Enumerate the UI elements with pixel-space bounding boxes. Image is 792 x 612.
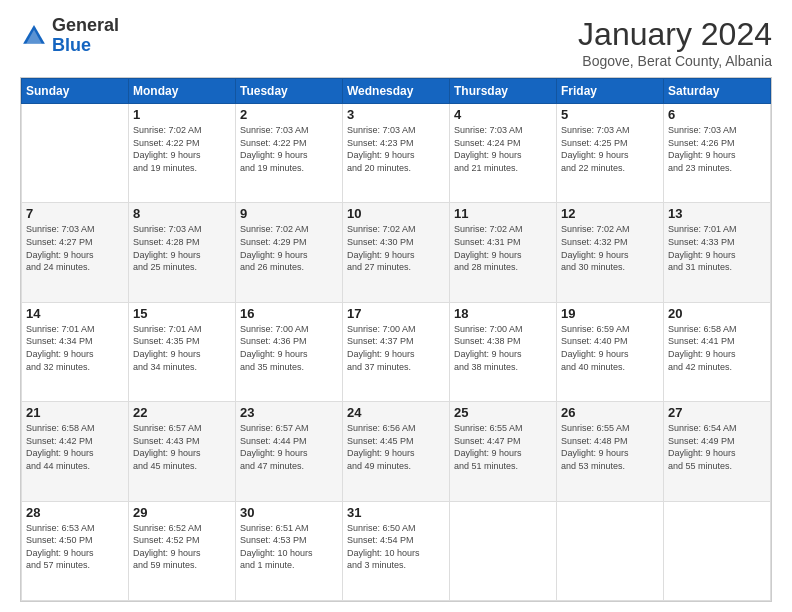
calendar-cell: 28Sunrise: 6:53 AMSunset: 4:50 PMDayligh… [22, 501, 129, 600]
day-number: 22 [133, 405, 231, 420]
day-number: 24 [347, 405, 445, 420]
day-number: 8 [133, 206, 231, 221]
calendar-cell: 22Sunrise: 6:57 AMSunset: 4:43 PMDayligh… [129, 402, 236, 501]
day-info: Sunrise: 6:57 AMSunset: 4:44 PMDaylight:… [240, 422, 338, 472]
day-number: 25 [454, 405, 552, 420]
day-number: 18 [454, 306, 552, 321]
calendar-cell: 15Sunrise: 7:01 AMSunset: 4:35 PMDayligh… [129, 302, 236, 401]
calendar-week-3: 14Sunrise: 7:01 AMSunset: 4:34 PMDayligh… [22, 302, 771, 401]
calendar-cell: 13Sunrise: 7:01 AMSunset: 4:33 PMDayligh… [664, 203, 771, 302]
day-info: Sunrise: 7:01 AMSunset: 4:33 PMDaylight:… [668, 223, 766, 273]
day-info: Sunrise: 6:52 AMSunset: 4:52 PMDaylight:… [133, 522, 231, 572]
day-number: 30 [240, 505, 338, 520]
col-wednesday: Wednesday [343, 79, 450, 104]
calendar-cell: 5Sunrise: 7:03 AMSunset: 4:25 PMDaylight… [557, 104, 664, 203]
logo: General Blue [20, 16, 119, 56]
day-info: Sunrise: 6:56 AMSunset: 4:45 PMDaylight:… [347, 422, 445, 472]
calendar-cell [450, 501, 557, 600]
day-number: 9 [240, 206, 338, 221]
day-number: 7 [26, 206, 124, 221]
calendar-cell: 19Sunrise: 6:59 AMSunset: 4:40 PMDayligh… [557, 302, 664, 401]
day-info: Sunrise: 7:00 AMSunset: 4:36 PMDaylight:… [240, 323, 338, 373]
day-number: 15 [133, 306, 231, 321]
subtitle: Bogove, Berat County, Albania [578, 53, 772, 69]
day-info: Sunrise: 6:58 AMSunset: 4:42 PMDaylight:… [26, 422, 124, 472]
calendar-week-5: 28Sunrise: 6:53 AMSunset: 4:50 PMDayligh… [22, 501, 771, 600]
calendar-cell: 12Sunrise: 7:02 AMSunset: 4:32 PMDayligh… [557, 203, 664, 302]
logo-general-text: General [52, 15, 119, 35]
calendar-cell: 17Sunrise: 7:00 AMSunset: 4:37 PMDayligh… [343, 302, 450, 401]
calendar-cell: 2Sunrise: 7:03 AMSunset: 4:22 PMDaylight… [236, 104, 343, 203]
calendar-cell: 26Sunrise: 6:55 AMSunset: 4:48 PMDayligh… [557, 402, 664, 501]
calendar-cell: 8Sunrise: 7:03 AMSunset: 4:28 PMDaylight… [129, 203, 236, 302]
day-number: 27 [668, 405, 766, 420]
day-info: Sunrise: 7:02 AMSunset: 4:22 PMDaylight:… [133, 124, 231, 174]
header: General Blue January 2024 Bogove, Berat … [20, 16, 772, 69]
day-info: Sunrise: 7:03 AMSunset: 4:23 PMDaylight:… [347, 124, 445, 174]
day-number: 26 [561, 405, 659, 420]
col-tuesday: Tuesday [236, 79, 343, 104]
logo-blue-text: Blue [52, 35, 91, 55]
calendar-cell: 7Sunrise: 7:03 AMSunset: 4:27 PMDaylight… [22, 203, 129, 302]
day-info: Sunrise: 7:03 AMSunset: 4:28 PMDaylight:… [133, 223, 231, 273]
calendar-cell: 3Sunrise: 7:03 AMSunset: 4:23 PMDaylight… [343, 104, 450, 203]
logo-icon [20, 22, 48, 50]
day-number: 12 [561, 206, 659, 221]
calendar-cell [664, 501, 771, 600]
day-info: Sunrise: 6:55 AMSunset: 4:48 PMDaylight:… [561, 422, 659, 472]
header-row: Sunday Monday Tuesday Wednesday Thursday… [22, 79, 771, 104]
calendar-cell: 6Sunrise: 7:03 AMSunset: 4:26 PMDaylight… [664, 104, 771, 203]
calendar-cell: 31Sunrise: 6:50 AMSunset: 4:54 PMDayligh… [343, 501, 450, 600]
day-info: Sunrise: 7:01 AMSunset: 4:34 PMDaylight:… [26, 323, 124, 373]
day-info: Sunrise: 7:02 AMSunset: 4:31 PMDaylight:… [454, 223, 552, 273]
day-number: 11 [454, 206, 552, 221]
day-number: 13 [668, 206, 766, 221]
calendar-body: 1Sunrise: 7:02 AMSunset: 4:22 PMDaylight… [22, 104, 771, 601]
day-info: Sunrise: 6:51 AMSunset: 4:53 PMDaylight:… [240, 522, 338, 572]
calendar-cell: 21Sunrise: 6:58 AMSunset: 4:42 PMDayligh… [22, 402, 129, 501]
day-info: Sunrise: 7:03 AMSunset: 4:25 PMDaylight:… [561, 124, 659, 174]
calendar-cell: 10Sunrise: 7:02 AMSunset: 4:30 PMDayligh… [343, 203, 450, 302]
calendar-cell: 30Sunrise: 6:51 AMSunset: 4:53 PMDayligh… [236, 501, 343, 600]
calendar-cell [557, 501, 664, 600]
day-info: Sunrise: 7:02 AMSunset: 4:30 PMDaylight:… [347, 223, 445, 273]
day-number: 14 [26, 306, 124, 321]
day-number: 17 [347, 306, 445, 321]
calendar-table: Sunday Monday Tuesday Wednesday Thursday… [21, 78, 771, 601]
calendar-week-1: 1Sunrise: 7:02 AMSunset: 4:22 PMDaylight… [22, 104, 771, 203]
calendar-cell: 1Sunrise: 7:02 AMSunset: 4:22 PMDaylight… [129, 104, 236, 203]
day-number: 31 [347, 505, 445, 520]
day-number: 6 [668, 107, 766, 122]
day-number: 3 [347, 107, 445, 122]
calendar-cell: 29Sunrise: 6:52 AMSunset: 4:52 PMDayligh… [129, 501, 236, 600]
day-info: Sunrise: 7:03 AMSunset: 4:27 PMDaylight:… [26, 223, 124, 273]
calendar-week-4: 21Sunrise: 6:58 AMSunset: 4:42 PMDayligh… [22, 402, 771, 501]
day-info: Sunrise: 7:03 AMSunset: 4:22 PMDaylight:… [240, 124, 338, 174]
calendar-week-2: 7Sunrise: 7:03 AMSunset: 4:27 PMDaylight… [22, 203, 771, 302]
calendar-cell: 20Sunrise: 6:58 AMSunset: 4:41 PMDayligh… [664, 302, 771, 401]
day-number: 10 [347, 206, 445, 221]
day-info: Sunrise: 6:59 AMSunset: 4:40 PMDaylight:… [561, 323, 659, 373]
calendar-cell: 16Sunrise: 7:00 AMSunset: 4:36 PMDayligh… [236, 302, 343, 401]
day-number: 16 [240, 306, 338, 321]
calendar: Sunday Monday Tuesday Wednesday Thursday… [20, 77, 772, 602]
calendar-header: Sunday Monday Tuesday Wednesday Thursday… [22, 79, 771, 104]
calendar-cell: 18Sunrise: 7:00 AMSunset: 4:38 PMDayligh… [450, 302, 557, 401]
day-info: Sunrise: 6:54 AMSunset: 4:49 PMDaylight:… [668, 422, 766, 472]
calendar-cell: 14Sunrise: 7:01 AMSunset: 4:34 PMDayligh… [22, 302, 129, 401]
calendar-cell: 27Sunrise: 6:54 AMSunset: 4:49 PMDayligh… [664, 402, 771, 501]
day-number: 29 [133, 505, 231, 520]
day-info: Sunrise: 7:02 AMSunset: 4:29 PMDaylight:… [240, 223, 338, 273]
col-thursday: Thursday [450, 79, 557, 104]
day-info: Sunrise: 6:53 AMSunset: 4:50 PMDaylight:… [26, 522, 124, 572]
day-number: 1 [133, 107, 231, 122]
day-number: 19 [561, 306, 659, 321]
day-info: Sunrise: 6:55 AMSunset: 4:47 PMDaylight:… [454, 422, 552, 472]
calendar-cell: 25Sunrise: 6:55 AMSunset: 4:47 PMDayligh… [450, 402, 557, 501]
calendar-cell: 24Sunrise: 6:56 AMSunset: 4:45 PMDayligh… [343, 402, 450, 501]
col-saturday: Saturday [664, 79, 771, 104]
day-info: Sunrise: 6:57 AMSunset: 4:43 PMDaylight:… [133, 422, 231, 472]
day-info: Sunrise: 6:50 AMSunset: 4:54 PMDaylight:… [347, 522, 445, 572]
month-title: January 2024 [578, 16, 772, 53]
day-info: Sunrise: 7:01 AMSunset: 4:35 PMDaylight:… [133, 323, 231, 373]
